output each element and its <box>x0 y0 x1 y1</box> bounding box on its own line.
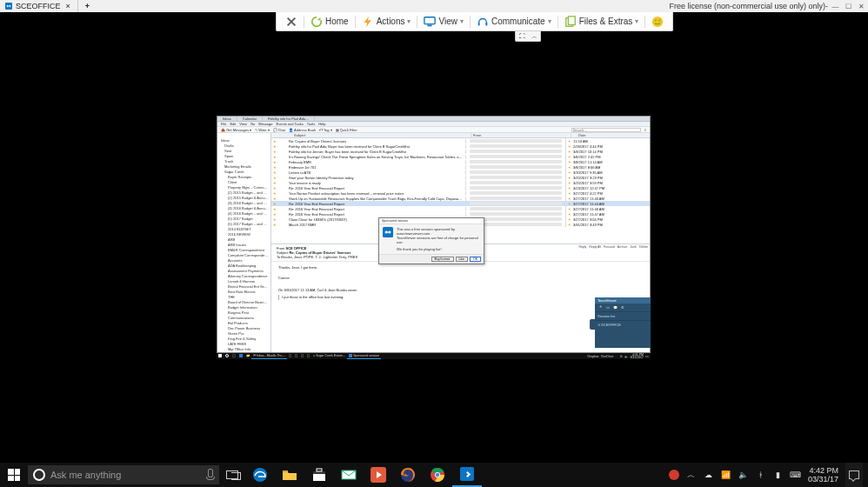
forward-button[interactable]: Forward <box>604 245 615 249</box>
tray-volume-icon[interactable]: 🔈 <box>624 355 628 358</box>
communicate-button[interactable]: Communicate ▾ <box>471 12 557 30</box>
message-row[interactable]: ★Your invoice is ready✦3/20/2017 3:59 PM <box>271 180 650 185</box>
junk-button[interactable]: Junk <box>630 245 636 249</box>
minimize-button[interactable]: — <box>829 0 842 12</box>
menu-view[interactable]: View <box>239 122 247 126</box>
message-row[interactable]: ★Re: 2016 Year End Financial Report✦3/23… <box>271 185 650 190</box>
close-session-button[interactable] <box>280 12 303 30</box>
reply-button[interactable]: Reply <box>578 245 586 249</box>
chevron-up-icon[interactable]: ︿ <box>531 32 537 41</box>
message-row[interactable]: ★Re: 2016 Year End Financial Report✦3/27… <box>271 211 650 217</box>
column-from[interactable]: From <box>471 133 571 137</box>
gear-icon[interactable]: ⚙ <box>621 305 624 310</box>
close-button[interactable]: ✕ <box>855 0 868 12</box>
tray-chevron-up-icon[interactable]: ︿ <box>615 355 618 358</box>
message-row[interactable]: ★Re: 2016 Year End Financial Report✦3/27… <box>271 201 650 206</box>
feedback-button[interactable] <box>646 12 669 30</box>
message-row[interactable]: ★It's Raining Savings! Check Out These S… <box>271 154 650 159</box>
message-row[interactable]: ★Re: 2016 Year End Financial Report✦3/27… <box>271 206 650 211</box>
column-date[interactable]: Date <box>577 133 650 137</box>
remote-app-sugarcreek[interactable]: ● Sugar Creek Estate… <box>311 353 347 359</box>
message-row[interactable]: ★Endeavor Jot 701✦3/8/2017 8:06 AM <box>271 164 650 170</box>
app-firefox[interactable] <box>393 463 423 487</box>
tab-calendar[interactable]: Calendar <box>237 117 263 121</box>
column-subject[interactable]: Subject <box>282 133 471 137</box>
cortana-search[interactable]: Ask me anything <box>28 465 219 484</box>
chat-icon[interactable]: 💬 <box>613 305 618 310</box>
address-book-button[interactable]: 👤 Address Book <box>289 128 316 132</box>
tray-dropbox[interactable]: Dropbox <box>587 355 598 358</box>
like-button[interactable]: Like <box>456 257 468 262</box>
tray-onedrive-icon[interactable]: ☁ <box>704 470 714 480</box>
tag-button[interactable]: 🏷 Tag ▾ <box>319 128 332 132</box>
message-row[interactable]: ★Stock Up on Sustainable Restaurant Supp… <box>271 196 650 201</box>
task-view-button[interactable] <box>219 463 245 487</box>
message-row[interactable]: ★Re: Copies of Buyer Drivers' licenses✦1… <box>271 138 650 143</box>
message-row[interactable]: ★Start your Norton Identity Protection t… <box>271 175 650 180</box>
tray-bluetooth-icon[interactable]: ᚼ <box>756 470 766 480</box>
tray-wifi-icon[interactable]: 📶 <box>721 470 731 480</box>
menu-tools[interactable]: Tools <box>307 122 315 126</box>
remote-app-sponsored[interactable]: Sponsored session <box>347 353 381 359</box>
message-row[interactable]: ★Your Norton Product subscription has be… <box>271 190 650 196</box>
view-button[interactable]: View ▾ <box>418 12 469 30</box>
home-button[interactable]: Home <box>305 12 354 30</box>
app-chrome[interactable] <box>423 463 452 487</box>
microphone-icon[interactable] <box>205 469 214 481</box>
teamviewer-minibar[interactable]: ⛶ ︿ <box>515 31 541 42</box>
panel-handle[interactable] <box>590 319 595 330</box>
action-center-button[interactable] <box>845 463 863 487</box>
remote-cortana[interactable] <box>224 353 230 359</box>
fullscreen-icon[interactable]: ⛶ <box>519 33 525 39</box>
chat-button[interactable]: 💬 Chat <box>273 128 286 132</box>
remote-app-edge[interactable] <box>237 353 244 359</box>
tray-chevron-up-icon[interactable]: ︿ <box>686 470 697 480</box>
message-row[interactable]: ★Letters to ATB✦3/10/2017 9:35 AM <box>271 170 650 175</box>
tray-volume-icon[interactable]: 🔈 <box>738 470 749 480</box>
app-explorer[interactable] <box>275 463 304 487</box>
close-tab-icon[interactable]: × <box>64 2 72 10</box>
ok-button[interactable]: OK <box>470 257 481 262</box>
host-clock[interactable]: 4:42 PM 03/31/17 <box>808 466 838 484</box>
hamburger-icon[interactable]: ≡ <box>644 128 646 132</box>
message-row[interactable]: ★February BMR✦3/8/2017 11:14 AM <box>271 159 650 164</box>
tray-battery-icon[interactable]: ▮ <box>773 470 784 480</box>
tray-onedrive[interactable]: OneDrive <box>601 355 614 358</box>
remote-taskview[interactable]: ▢ <box>230 353 237 359</box>
menu-go[interactable]: Go <box>250 122 255 126</box>
remote-clock[interactable]: 4:41 PM 3/31/2017 <box>630 354 644 359</box>
folder-tree[interactable]: InboxDraftsSentSpamTrashMarketing Emails… <box>217 133 271 352</box>
menu-message[interactable]: Message <box>258 122 272 126</box>
buy-license-button[interactable]: Buy license <box>431 257 454 262</box>
reply-all-button[interactable]: Reply All <box>589 245 601 249</box>
app-store[interactable] <box>304 463 334 487</box>
filter-button[interactable]: ▦ Quick Filter <box>336 128 357 132</box>
add-tab-button[interactable]: + <box>78 2 97 10</box>
remote-app[interactable]: ◻ <box>293 353 299 359</box>
app-media[interactable] <box>364 463 393 487</box>
remote-notifications[interactable]: ▭ <box>645 355 649 358</box>
app-teamviewer[interactable] <box>452 463 482 487</box>
teamviewer-side-panel[interactable]: TeamViewer 🎤 📹 💬 ⚙ Session list ✕ SCEOFF… <box>595 297 651 348</box>
message-row[interactable]: ★Fidelity info for Paul Ada; Buyer has b… <box>271 143 650 149</box>
menu-edit[interactable]: Edit <box>230 122 236 126</box>
tray-app-icon[interactable] <box>669 470 679 480</box>
remote-app-explorer[interactable]: 📁 <box>244 353 251 359</box>
write-button[interactable]: ✎ Write ▾ <box>255 128 270 132</box>
session-tab[interactable]: SCEOFFICE × <box>0 0 78 12</box>
menu-events[interactable]: Events and Tasks <box>277 122 304 126</box>
maximize-button[interactable]: ☐ <box>842 0 855 12</box>
remote-app[interactable]: ◻ <box>305 353 311 359</box>
menu-help[interactable]: Help <box>318 122 325 126</box>
archive-button[interactable]: Archive <box>618 245 628 249</box>
actions-button[interactable]: Actions ▾ <box>357 12 417 30</box>
remote-app-thunderbird[interactable]: ✉ Inbox - Mozilla Thu… <box>251 353 287 359</box>
tray-keyboard-icon[interactable]: ⌨ <box>791 470 801 480</box>
video-icon[interactable]: 📹 <box>605 305 610 310</box>
tray-network-icon[interactable]: ⧉ <box>620 355 623 358</box>
remote-app[interactable]: ◻ <box>287 353 293 359</box>
session-entry[interactable]: ✕ SCEOFFICE <box>595 320 651 329</box>
menu-file[interactable]: File <box>221 122 226 126</box>
get-messages-button[interactable]: 📥 Get Messages ▾ <box>221 128 251 132</box>
files-button[interactable]: Files & Extras ▾ <box>559 12 644 30</box>
